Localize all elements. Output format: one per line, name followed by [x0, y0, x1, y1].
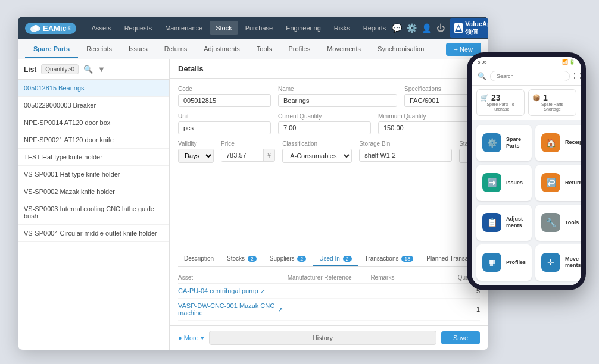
nav-requests[interactable]: Requests [118, 21, 158, 35]
col-header-remarks: Remarks [370, 274, 449, 281]
filter-icon[interactable]: ▼ [98, 65, 105, 74]
chat-icon[interactable]: 💬 [392, 23, 402, 33]
details-header: Details [170, 59, 488, 79]
validity-group: Validity Days [178, 140, 214, 163]
current-qty-input[interactable] [278, 121, 371, 134]
list-header: List Quantity>0 🔍 ▼ [18, 59, 169, 80]
phone-signal: 📶 🔋 [562, 59, 575, 65]
classification-group: Classification A-Consumables [282, 140, 352, 163]
nav-risks[interactable]: Risks [328, 21, 356, 35]
list-label: List [24, 65, 36, 74]
grid-receipts[interactable]: 🏠 Receipts [535, 125, 581, 161]
tab-stocks[interactable]: Stocks 2 [221, 252, 263, 266]
subnav-synchronisation[interactable]: Synchronisation [369, 40, 432, 58]
code-label: Code [178, 86, 271, 92]
subnav-movements[interactable]: Movements [319, 40, 369, 58]
list-item[interactable]: VS-SP0002 Mazak knife holder [18, 183, 169, 200]
subnav-returns[interactable]: Returns [156, 40, 196, 58]
nav-reports[interactable]: Reports [357, 21, 392, 35]
settings-icon[interactable]: ⚙️ [407, 23, 417, 33]
grid-spare-parts[interactable]: ⚙️ Spare Parts [476, 125, 532, 161]
subnav-receipts[interactable]: Receipts [78, 40, 120, 58]
nav-stock[interactable]: Stock [210, 21, 238, 35]
quantity-filter[interactable]: Quantity>0 [41, 64, 79, 74]
list-item[interactable]: 005012815 Bearings [18, 80, 169, 97]
name-group: Name [278, 86, 397, 107]
validity-period-select[interactable]: Days [179, 149, 213, 162]
grid-movements[interactable]: ✛ Move ments [535, 244, 581, 281]
list-item[interactable]: TEST Hat type knife holder [18, 149, 169, 166]
user-icon[interactable]: 👤 [422, 23, 432, 33]
subnav-issues[interactable]: Issues [120, 40, 156, 58]
grid-movements-label: Move ments [565, 256, 581, 269]
history-button[interactable]: History [209, 331, 436, 345]
grid-tools-label: Tools [565, 219, 579, 227]
list-item[interactable]: VS-SP0003 Internal cooling CNC lathe gui… [18, 200, 169, 225]
list-item[interactable]: VS-SP0004 Circular middle outlet knife h… [18, 225, 169, 242]
mobile-phone: 5:06 📶 🔋 🔍 ⛶ 💬 🛒 23 Spare Parts To Purch… [467, 52, 586, 290]
nav-purchase[interactable]: Purchase [239, 21, 279, 35]
phone-status-bar: 5:06 📶 🔋 [472, 57, 581, 67]
subnav-tools[interactable]: Tools [248, 40, 280, 58]
code-group: Code [178, 86, 271, 107]
subnav-spare-parts[interactable]: Spare Parts [25, 40, 78, 58]
subnav-profiles[interactable]: Profiles [280, 40, 319, 58]
stat-card-shortage[interactable]: 📦 1 Spare Parts Shortage [528, 89, 576, 116]
list-item[interactable]: NPE-SP0021 AT120 door knife [18, 131, 169, 149]
subnav-adjustments[interactable]: Adjustments [195, 40, 248, 58]
currency-symbol: ¥ [263, 149, 274, 161]
unit-input[interactable] [178, 121, 271, 134]
list-item[interactable]: 0050229000003 Breaker [18, 97, 169, 114]
grid-adjustments[interactable]: 📋 Adjust ments [476, 205, 532, 241]
grid-issues[interactable]: ➡️ Issues [476, 165, 532, 201]
min-qty-input[interactable] [378, 121, 471, 134]
storage-bin-input[interactable] [359, 149, 452, 162]
desktop: EAMic® Assets Requests Maintenance Stock… [0, 0, 599, 364]
phone-expand-icon[interactable]: ⛶ [573, 72, 581, 80]
table-row: VASP-DW-CNC-001 Mazak CNC machine ↗ 1 [178, 299, 480, 321]
power-icon[interactable]: ⏻ [436, 23, 445, 33]
asset-name-2[interactable]: VASP-DW-CNC-001 Mazak CNC machine ↗ [178, 302, 283, 316]
phone-screen: 5:06 📶 🔋 🔍 ⛶ 💬 🛒 23 Spare Parts To Purch… [472, 57, 581, 285]
name-input[interactable] [278, 94, 397, 107]
more-button[interactable]: ● More ▾ [178, 334, 204, 342]
stat-num-purchase: 23 [491, 93, 501, 102]
profiles-icon: ▦ [482, 253, 501, 272]
list-item[interactable]: VS-SP0001 Hat type knife holder [18, 166, 169, 183]
tab-description[interactable]: Description [178, 252, 220, 266]
asset-name-1[interactable]: CA-PU-04 centrifugal pump ↗ [178, 287, 283, 294]
search-icon[interactable]: 🔍 [83, 65, 93, 74]
grid-profiles[interactable]: ▦ Profiles [476, 244, 532, 281]
content-area: List Quantity>0 🔍 ▼ 005012815 Bearings 0… [18, 59, 488, 350]
logo-text: EAMic [43, 24, 67, 33]
grid-returns[interactable]: ↩️ Returns [535, 165, 581, 201]
logo-reg: ® [68, 26, 71, 31]
box-icon: 📦 [532, 94, 541, 102]
save-button[interactable]: Save [441, 331, 480, 344]
tab-used-in[interactable]: Used In 2 [313, 252, 357, 266]
sub-nav-items: Spare Parts Receipts Issues Returns Adju… [25, 40, 446, 58]
phone-search-icon: 🔍 [478, 72, 486, 80]
classification-select[interactable]: A-Consumables [282, 149, 352, 163]
min-qty-group: Minimum Quantity [378, 113, 471, 134]
nav-maintenance[interactable]: Maintenance [159, 21, 208, 35]
stat-card-purchase[interactable]: 🛒 23 Spare Parts To Purchase [476, 89, 525, 116]
tab-suppliers[interactable]: Suppliers 2 [264, 252, 312, 266]
asset-link-1[interactable]: CA-PU-04 centrifugal pump ↗ [178, 287, 283, 294]
asset-link-2[interactable]: VASP-DW-CNC-001 Mazak CNC machine ↗ [178, 302, 283, 316]
current-qty-label: Current Quantity [278, 113, 371, 120]
price-input[interactable] [221, 149, 263, 161]
grid-tools[interactable]: 🔧 Tools [535, 205, 581, 241]
detail-tabs: Description Stocks 2 Suppliers 2 Used In… [178, 252, 480, 267]
phone-search-input[interactable] [490, 71, 570, 81]
code-input[interactable] [178, 94, 271, 107]
stat-label-purchase: Spare Parts To Purchase [481, 102, 520, 112]
va-icon [454, 23, 463, 33]
list-item[interactable]: NPE-SP0014 AT120 door box [18, 114, 169, 131]
nav-assets[interactable]: Assets [86, 21, 117, 35]
current-qty-group: Current Quantity [278, 113, 371, 134]
phone-grid: ⚙️ Spare Parts 🏠 Receipts ➡️ Issues ↩️ R… [472, 120, 581, 285]
phone-time: 5:06 [478, 59, 487, 65]
tab-transactions[interactable]: Transactions 18 [359, 252, 420, 266]
nav-engineering[interactable]: Engineering [280, 21, 327, 35]
